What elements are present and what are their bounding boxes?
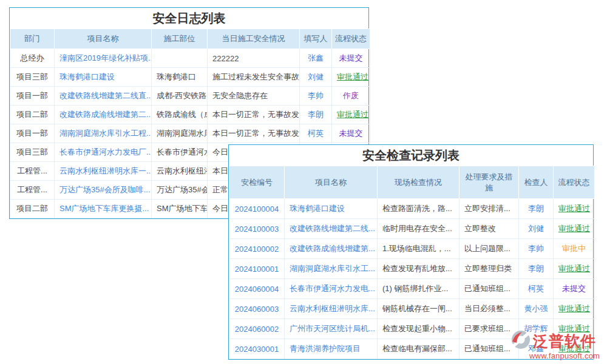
cell-construction-part: 湖南洞庭湖水库 [152, 124, 208, 143]
column-header-construction-part: 施工部位 [152, 29, 208, 49]
project-name-link[interactable]: 珠海鹤港口建设 [290, 204, 345, 213]
cell-inspection-no: 2024100002 [229, 239, 285, 259]
project-name-link[interactable]: 长春市伊通河水力发电... [290, 284, 375, 293]
cell-site-check-status: 检查发现起重小物... [378, 319, 459, 339]
project-name-link[interactable]: 改建铁路成渝线增建第二... [59, 110, 152, 119]
project-name-link[interactable]: 湖南洞庭湖水库引水工... [290, 264, 375, 273]
inspection-no-link[interactable]: 2024100004 [235, 204, 279, 214]
cell-handling-requirements: 立即整改 [459, 219, 519, 239]
project-name-link[interactable]: 长春市伊通河水力发电厂... [59, 147, 152, 157]
dept-text: 总经办 [21, 53, 44, 62]
project-name-link[interactable]: 云南水利枢纽潜明水库一... [59, 166, 152, 175]
daily-safety-status-text: 本日一切正常，无事故发... [212, 110, 300, 119]
project-name-link[interactable]: 改建铁路成渝线增建第... [290, 244, 375, 253]
cell-project-name: 湖南洞庭湖水库引水工程... [55, 124, 152, 143]
cell-flow-status: 审批通过 [332, 68, 370, 87]
cell-construction-part: 长春市伊通河水... [152, 143, 208, 162]
status-label[interactable]: 审批通过 [337, 110, 368, 119]
cell-site-check-status: 1.现场临电混乱，... [378, 239, 459, 259]
handling-requirements-text: 已要求班组... [464, 324, 510, 333]
inspection-no-link[interactable]: 2024030001 [235, 345, 279, 354]
cell-project-name: 改建铁路线增建第二线直... [55, 87, 152, 106]
cell-inspector: 柯英 [519, 279, 554, 299]
table-row: 2024100003改建铁路线增建第二线...临时用电存在安全...立即整改刘健… [229, 219, 595, 239]
project-name-link[interactable]: SM广场地下车库更换摄... [59, 204, 149, 213]
project-name-link[interactable]: 湖南洞庭湖水库引水工程... [59, 129, 152, 138]
cell-flow-status: 审批通过 [554, 299, 595, 319]
project-name-link[interactable]: 青海洪湖养护院项目 [290, 344, 361, 353]
project-name-link[interactable]: 潼南区2019年绿化补贴项... [59, 53, 152, 62]
inspection-no-link[interactable]: 2024100003 [235, 224, 279, 234]
cell-project-name: 广州市天河区统计局机... [285, 319, 378, 339]
construction-part-text: 珠海鹤港口 [157, 72, 196, 81]
construction-part-text: 铁路成渝线（成... [157, 110, 208, 119]
inspection-no-link[interactable]: 2024060002 [235, 325, 279, 334]
status-label[interactable]: 审批通过 [558, 264, 590, 273]
status-label[interactable]: 审批通过 [558, 304, 590, 313]
column-header-site-check-status: 现场检查情况 [378, 166, 459, 199]
inspector-link[interactable]: 李朗 [528, 264, 544, 273]
daily-safety-status-text: 本日一切正常，无事故发... [212, 129, 300, 138]
inspection-no-link[interactable]: 2024100002 [235, 244, 279, 254]
cell-inspection-no: 2024060004 [229, 279, 285, 299]
project-name-link[interactable]: 珠海鹤港口建设 [59, 72, 115, 81]
site-check-status-text: 检查临电有漏保部... [382, 344, 452, 353]
inspector-link[interactable]: 李帅 [528, 244, 544, 253]
status-label[interactable]: 审批通过 [558, 204, 590, 213]
status-label: 审批中 [562, 244, 586, 253]
cell-daily-safety-status: 无安全隐患存在 [208, 87, 300, 106]
cell-site-check-status: 检查发现有乱堆放... [378, 259, 459, 279]
cell-project-name: 珠海鹤港口建设 [55, 68, 152, 87]
filled-by-link[interactable]: 柯英 [308, 129, 324, 138]
cell-dept: 工程管... [10, 162, 55, 181]
inspector-link[interactable]: 柯英 [528, 284, 544, 293]
cell-project-name: SM广场地下车库更换摄... [55, 200, 152, 218]
watermark: 泛普软件 www.fanpusoft.com [510, 329, 600, 360]
inspection-no-link[interactable]: 2024060004 [235, 285, 279, 294]
cell-daily-safety-status: 本日一切正常，无事故发... [208, 124, 300, 143]
inspection-no-link[interactable]: 2024060003 [235, 305, 279, 314]
inspector-link[interactable]: 黄小强 [524, 304, 548, 313]
handling-requirements-text: 当日必须整... [464, 304, 510, 313]
project-name-link[interactable]: 广州市天河区统计局机... [290, 324, 375, 333]
project-name-link[interactable]: 改建铁路线增建第二线直... [59, 91, 152, 100]
cell-filled-by: 柯英 [300, 124, 332, 143]
cell-inspection-no: 2024060003 [229, 299, 285, 319]
cell-inspection-no: 2024100004 [229, 199, 285, 219]
cell-daily-safety-status: 222222 [208, 49, 300, 68]
status-label[interactable]: 审批通过 [337, 72, 368, 81]
project-name-link[interactable]: 云南水利枢纽潜明水库... [290, 304, 375, 313]
cell-handling-requirements: 当日必须整... [459, 299, 519, 319]
cell-inspector: 刘健 [519, 219, 554, 239]
cell-flow-status: 未提交 [332, 49, 370, 68]
cell-flow-status: 审批通过 [554, 259, 595, 279]
safety-inspection-title: 安全检查记录列表 [229, 145, 593, 166]
table-row: 2024100004珠海鹤港口建设检查路面清洗，路...立即安排清...李朗审批… [229, 199, 595, 219]
filled-by-link[interactable]: 刘健 [308, 72, 324, 81]
construction-part-text: 云南水利枢纽潜... [157, 166, 208, 175]
construction-part-text: 成都-西安铁路... [157, 91, 208, 100]
cell-flow-status: 审批通过 [554, 219, 595, 239]
filled-by-link[interactable]: 张鑫 [308, 53, 324, 62]
cell-flow-status: 未提交 [332, 124, 370, 143]
project-name-link[interactable]: 改建铁路线增建第二线... [290, 224, 375, 233]
cell-project-name: 长春市伊通河水力发电厂... [55, 143, 152, 162]
cell-inspection-no: 2024030001 [229, 339, 285, 359]
construction-part-text: SM广场地下车库 [157, 204, 208, 213]
inspector-link[interactable]: 刘健 [528, 224, 544, 233]
inspection-no-link[interactable]: 2024100001 [235, 265, 279, 274]
dept-text: 项目三部 [16, 147, 48, 157]
cell-site-check-status: 检查临电有漏保部... [378, 339, 459, 359]
safety-log-header-row: 部门项目名称施工部位当日施工安全情况填写人流程状态 [10, 29, 370, 49]
filled-by-link[interactable]: 李帅 [308, 91, 324, 100]
cell-inspection-no: 2024100001 [229, 259, 285, 279]
inspector-link[interactable]: 李朗 [528, 204, 544, 213]
cell-construction-part: 铁路成渝线（成... [152, 106, 208, 124]
watermark-url: www.fanpusoft.com [529, 351, 600, 360]
filled-by-link[interactable]: 李朗 [308, 110, 324, 119]
handling-requirements-text: 已通知班组... [464, 284, 510, 293]
cell-handling-requirements: 以上问题限... [459, 239, 519, 259]
project-name-link[interactable]: 万达广场35#会所及咖啡... [59, 185, 151, 194]
handling-requirements-text: 以上问题限... [464, 244, 510, 253]
status-label[interactable]: 审批通过 [558, 224, 590, 233]
